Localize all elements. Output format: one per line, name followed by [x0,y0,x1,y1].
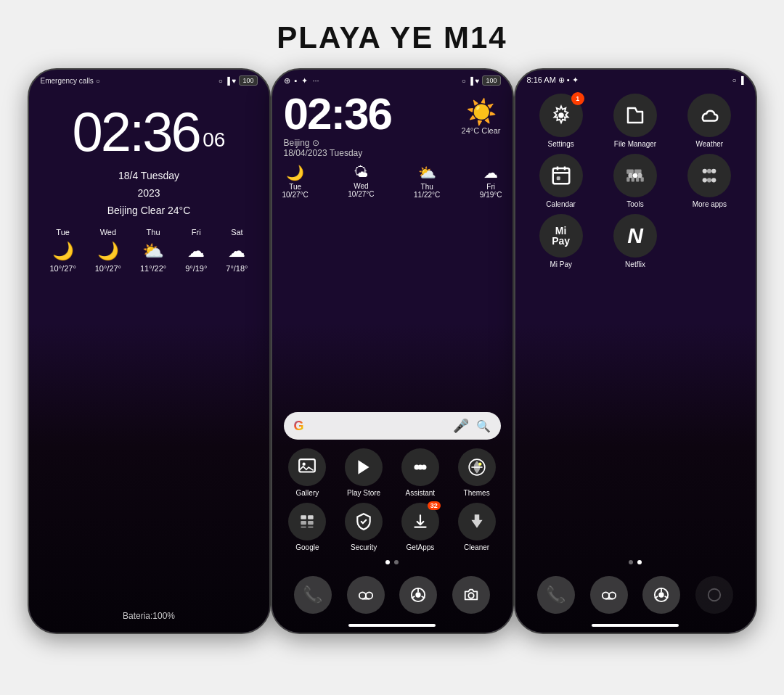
svg-point-5 [417,465,422,470]
security-icon[interactable] [345,503,383,540]
svg-rect-38 [636,177,639,181]
playstore-icon[interactable] [345,448,383,486]
status-time-3: 8:16 AM ⊕ ▪ ✦ [527,75,579,85]
dock-phone[interactable]: 📞 [294,576,332,614]
svg-point-43 [711,178,716,182]
cleaner-icon[interactable] [458,503,496,540]
calendar-icon[interactable] [539,154,583,197]
svg-point-40 [703,169,707,173]
cleaner-label: Cleaner [464,543,489,551]
status-bar-3: 8:16 AM ⊕ ▪ ✦ ○ ▐ [515,70,756,88]
status-left-1: Emergency calls ○ [41,77,100,85]
svg-rect-9 [301,515,307,519]
dock3-chrome[interactable] [642,576,680,614]
filemanager-icon[interactable] [613,94,657,137]
top-icons: ⊕ ▪ ✦ ··· [284,76,319,86]
forecast-2: ⛅ Thu 11/22°C [414,164,440,199]
svg-point-54 [709,589,721,601]
search-bar[interactable]: G 🎤 🔍 [284,412,501,440]
moreapps-icon[interactable] [687,154,731,197]
phone2-content: ⊕ ▪ ✦ ··· ○ ▐ ♥ 100 02:36 Beijing ⊙ 18/0… [272,70,513,633]
lockscreen-clock: 02:36 06 [29,100,269,163]
current-weather: ☀️ 24°C Clear [462,91,501,135]
phone3-content: 8:16 AM ⊕ ▪ ✦ ○ ▐ 1 Settings [515,70,756,633]
status-bar-1: Emergency calls ○ ○ ▐ ♥ 100 [29,70,269,89]
clock-seconds: 06 [203,128,225,151]
app-mipay[interactable]: MiPay Mi Pay [527,214,595,268]
home-clock: 02:36 [284,91,392,136]
svg-point-20 [416,592,421,597]
svg-rect-10 [308,515,314,519]
app-security[interactable]: Security [337,503,391,551]
app-filemanager[interactable]: File Manager [601,94,669,148]
svg-rect-26 [552,168,569,184]
dock3-extra[interactable] [695,576,733,614]
lens-icon[interactable]: 🔍 [476,419,491,433]
battery-text: Bateria:100% [29,611,269,621]
app-cleaner[interactable]: Cleaner [450,503,504,551]
app-settings[interactable]: 1 Settings [527,94,595,148]
app-playstore[interactable]: Play Store [337,448,391,497]
svg-point-44 [707,169,711,173]
assistant-label: Assistant [406,489,436,497]
app-moreapps[interactable]: More apps [675,154,743,208]
dock-voicemail[interactable] [347,576,385,614]
tools-icon[interactable] [613,154,657,197]
app-weather[interactable]: Weather [675,94,743,148]
weather-day-4: Sat ☁ 7°/18° [226,228,248,273]
app-calendar[interactable]: Calendar [527,154,595,208]
mic-icon[interactable]: 🎤 [453,418,469,434]
app-assistant[interactable]: Assistant [393,448,447,497]
phone-homescreen: ⊕ ▪ ✦ ··· ○ ▐ ♥ 100 02:36 Beijing ⊙ 18/0… [271,68,514,634]
netflix-icon[interactable]: N [613,214,657,258]
moreapps-label: More apps [693,200,727,208]
app-google[interactable]: Google [281,503,335,551]
date-line3: Beijing Clear 24°C [29,202,269,220]
dot-active [385,560,390,564]
playstore-label: Play Store [347,489,380,497]
app-themes[interactable]: Themes [450,448,504,497]
portrait-icon: ⊕ [284,76,290,86]
status-right-3: ○ ▐ [732,76,744,84]
app-grid-3: 1 Settings File Manager [515,88,756,274]
svg-point-46 [602,592,608,599]
mipay-label: Mi Pay [550,260,572,268]
weather-day-3: Fri ☁ 9°/19° [185,228,207,273]
themes-icon[interactable] [458,448,496,486]
gallery-icon[interactable] [288,448,326,486]
svg-rect-37 [632,177,634,181]
app-getapps[interactable]: 32 GetApps [393,503,447,551]
dock3-phone[interactable]: 📞 [537,576,575,614]
phone-lockscreen: Emergency calls ○ ○ ▐ ♥ 100 02:36 06 18/… [28,68,271,634]
app-tools[interactable]: Tools [601,154,669,208]
battery-2: 100 [482,75,500,86]
assistant-icon[interactable] [401,448,439,486]
spacer-2 [272,205,513,406]
svg-point-8 [478,463,481,466]
svg-rect-30 [556,176,560,180]
app-gallery[interactable]: Gallery [281,448,335,497]
svg-rect-13 [301,527,307,528]
dock3-voicemail[interactable] [590,576,628,614]
dock-chrome[interactable] [399,576,437,614]
phone-applist: 8:16 AM ⊕ ▪ ✦ ○ ▐ 1 Settings [514,68,757,634]
app-netflix[interactable]: N Netflix [601,214,669,268]
svg-point-42 [703,178,707,182]
settings-icon[interactable]: 1 [539,94,583,137]
svg-point-24 [468,593,473,598]
mipay-icon[interactable]: MiPay [539,214,583,258]
svg-point-17 [366,592,372,599]
current-temp: 24°C Clear [462,126,501,135]
calendar-label: Calendar [546,200,576,208]
dock-camera[interactable] [452,576,490,614]
dot3-inactive [629,560,633,564]
weather-day-1: Wed 🌙 10°/27° [95,228,121,273]
svg-point-41 [711,169,716,173]
svg-rect-36 [626,177,629,181]
mipay-text: MiPay [552,226,570,246]
weather-icon[interactable] [687,94,731,137]
google-label: Google [295,543,319,551]
forecast-3: ☁ Fri 9/19°C [480,164,502,199]
google-icon[interactable] [288,503,326,540]
getapps-icon[interactable]: 32 [401,503,439,540]
